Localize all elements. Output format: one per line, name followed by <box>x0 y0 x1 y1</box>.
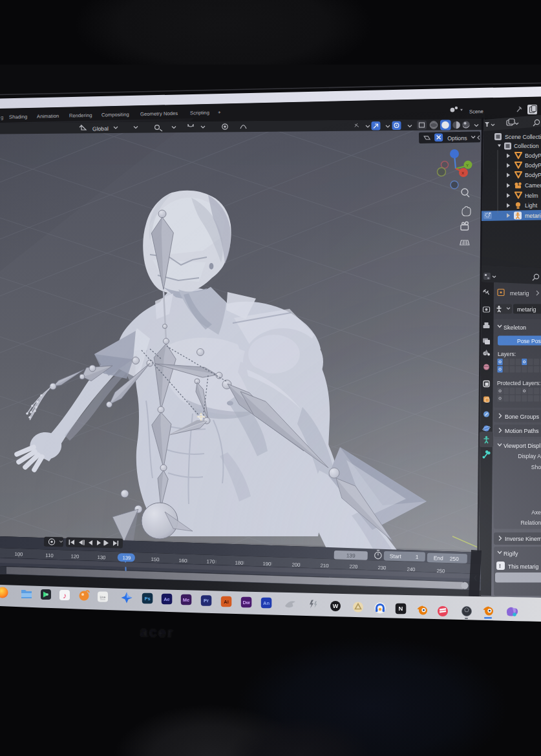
svg-text:Ps: Ps <box>144 596 150 602</box>
svg-text:Ae: Ae <box>164 596 170 602</box>
svg-text:♪: ♪ <box>63 591 67 600</box>
svg-text:Me: Me <box>183 597 189 603</box>
svg-text:Live: Live <box>100 595 105 599</box>
svg-text:N: N <box>399 605 403 612</box>
svg-text:Dw: Dw <box>242 600 249 605</box>
svg-text:An: An <box>263 600 270 606</box>
svg-text:Ai: Ai <box>224 599 229 605</box>
svg-text:acer: acer <box>140 624 175 641</box>
svg-text:Pr: Pr <box>204 598 209 604</box>
svg-text:W: W <box>333 603 339 609</box>
